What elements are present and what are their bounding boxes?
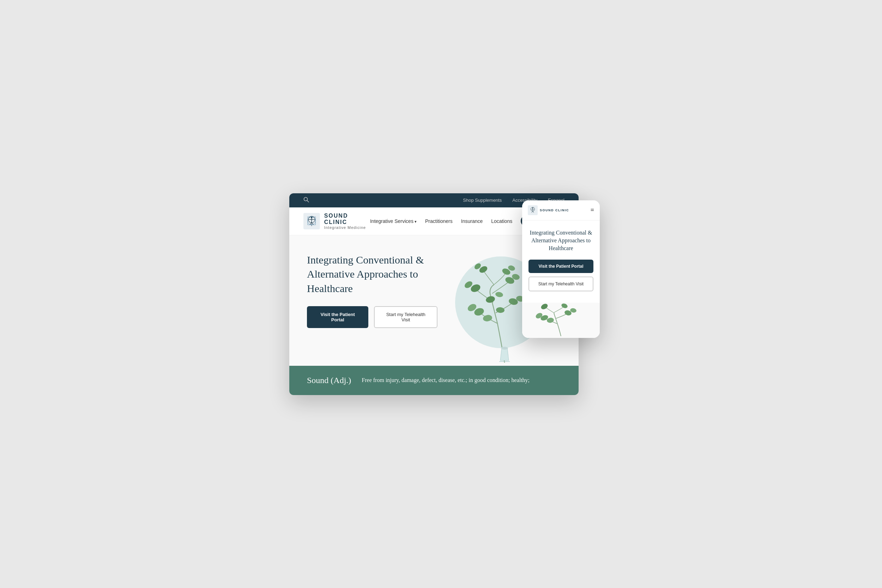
search-icon[interactable]: [303, 197, 309, 204]
telehealth-button[interactable]: Start my Telehealth Visit: [374, 306, 438, 328]
svg-point-29: [501, 347, 508, 350]
mobile-plant-illustration: [522, 303, 600, 338]
nav-locations[interactable]: Locations: [491, 218, 512, 224]
mobile-hero-title: Integrating Conventional & Alternative A…: [528, 229, 593, 252]
mobile-hero: Integrating Conventional & Alternative A…: [522, 220, 600, 303]
mobile-nav: SOUND CLINIC ≡: [522, 200, 600, 220]
mobile-mockup: SOUND CLINIC ≡ Integrating Conventional …: [522, 200, 600, 338]
mobile-plant-image: [522, 303, 600, 338]
svg-point-28: [495, 291, 504, 298]
logo-icon: [303, 212, 320, 230]
banner-word: Sound (Adj.): [307, 376, 351, 385]
svg-point-41: [540, 303, 549, 310]
mobile-telehealth-button[interactable]: Start my Telehealth Visit: [528, 276, 593, 291]
mobile-logo-icon: [528, 205, 538, 215]
shop-supplements-link[interactable]: Shop Supplements: [463, 198, 502, 203]
mobile-patient-portal-button[interactable]: Visit the Patient Portal: [528, 260, 593, 273]
nav-integrative-services[interactable]: Integrative Services: [370, 218, 417, 224]
logo-title: SOUND CLINIC: [324, 213, 370, 225]
svg-point-27: [485, 295, 496, 303]
logo-text-block: SOUND CLINIC Integrative Medicine: [324, 213, 370, 230]
svg-line-1: [307, 200, 309, 202]
hero-buttons: Visit the Patient Portal Start my Telehe…: [307, 306, 438, 328]
nav-practitioners[interactable]: Practitioners: [425, 218, 453, 224]
definition-banner: Sound (Adj.) Free from injury, damage, d…: [289, 366, 579, 395]
nav-insurance[interactable]: Insurance: [461, 218, 483, 224]
mobile-logo-text: SOUND CLINIC: [540, 208, 569, 212]
hero-title: Integrating Conventional & Alternative A…: [307, 253, 438, 296]
patient-portal-button[interactable]: Visit the Patient Portal: [307, 306, 368, 328]
hero-content: Integrating Conventional & Alternative A…: [307, 253, 448, 346]
logo-area[interactable]: SOUND CLINIC Integrative Medicine: [303, 212, 370, 230]
svg-point-32: [532, 207, 533, 208]
logo-subtitle: Integrative Medicine: [324, 225, 370, 230]
mobile-logo-area[interactable]: SOUND CLINIC: [528, 205, 569, 215]
banner-definition: Free from injury, damage, defect, diseas…: [362, 376, 530, 384]
hamburger-menu[interactable]: ≡: [591, 206, 594, 214]
